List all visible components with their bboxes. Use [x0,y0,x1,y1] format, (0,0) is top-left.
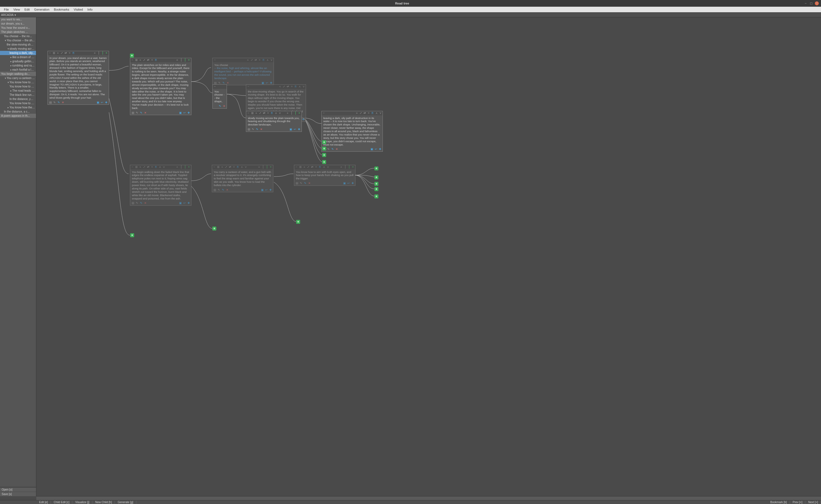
chevron-down-icon[interactable]: ▾ [15,13,16,16]
menu-visited[interactable]: Visited [72,7,85,12]
menu-bookmarks[interactable]: Bookmarks [52,7,72,12]
breadcrumb-root[interactable]: ARCADIA [1,13,13,16]
menu-info[interactable]: Info [85,7,95,12]
menu-edit[interactable]: Edit [22,7,32,12]
maximize-icon[interactable]: ◻ [809,1,813,5]
menubar: File View Edit Generation Bookmarks Visi… [0,7,821,12]
breadcrumb: ARCADIA ▾ [0,12,821,17]
menu-generation[interactable]: Generation [32,7,51,12]
titlebar: Read tree − ◻ × [0,0,821,7]
window-title: Read tree [2,2,802,5]
menu-file[interactable]: File [2,7,11,12]
minimize-icon[interactable]: − [804,1,808,5]
close-icon[interactable]: × [815,1,819,5]
menu-view[interactable]: View [11,7,22,12]
